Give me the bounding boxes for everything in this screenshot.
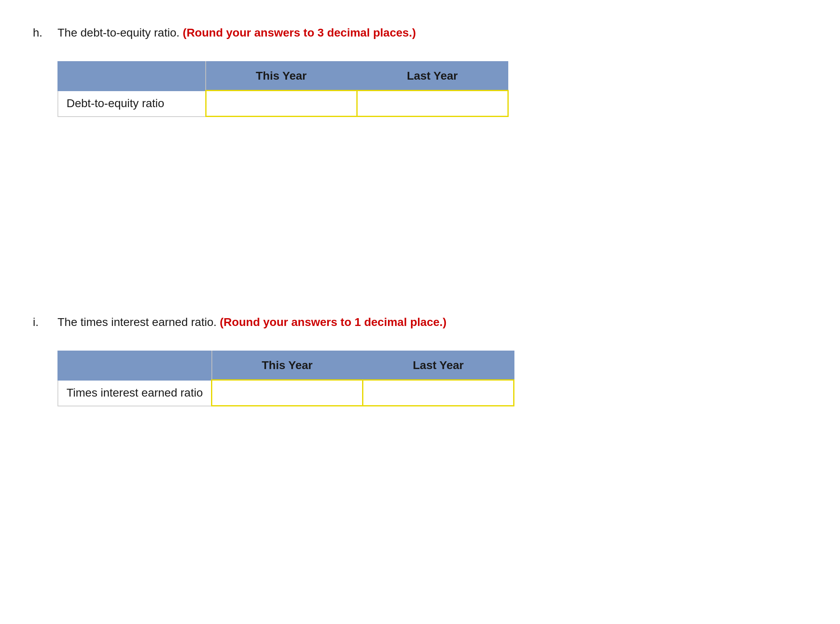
times-interest-last-year-field[interactable] <box>372 387 505 399</box>
question-h-highlight: (Round your answers to 3 decimal places.… <box>183 26 416 39</box>
debt-equity-table: This Year Last Year Debt-to-equity ratio <box>57 61 509 117</box>
question-i-letter: i. <box>33 314 49 330</box>
table-row: Times interest earned ratio <box>58 380 514 406</box>
header-empty-cell <box>58 62 206 91</box>
header-last-year: Last Year <box>363 351 514 380</box>
table-header-row: This Year Last Year <box>58 62 508 91</box>
debt-equity-this-year-field[interactable] <box>215 97 348 110</box>
header-this-year: This Year <box>212 351 363 380</box>
spacer <box>33 150 807 314</box>
debt-equity-this-year-input[interactable] <box>206 91 357 117</box>
header-last-year: Last Year <box>357 62 508 91</box>
question-h: h. The debt-to-equity ratio. (Round your… <box>33 25 807 117</box>
debt-equity-last-year-input[interactable] <box>357 91 508 117</box>
question-i-header: i. The times interest earned ratio. (Rou… <box>33 314 807 330</box>
question-i-main-text: The times interest earned ratio. <box>57 316 217 328</box>
times-interest-last-year-input[interactable] <box>363 380 514 406</box>
header-empty-cell <box>58 351 212 380</box>
times-interest-label: Times interest earned ratio <box>58 380 212 406</box>
times-interest-this-year-input[interactable] <box>212 380 363 406</box>
question-h-main-text: The debt-to-equity ratio. <box>57 26 179 39</box>
question-h-header: h. The debt-to-equity ratio. (Round your… <box>33 25 807 41</box>
question-h-text: The debt-to-equity ratio. (Round your an… <box>57 25 416 41</box>
question-i: i. The times interest earned ratio. (Rou… <box>33 314 807 406</box>
question-i-text: The times interest earned ratio. (Round … <box>57 314 447 330</box>
header-this-year: This Year <box>206 62 357 91</box>
question-h-letter: h. <box>33 25 49 41</box>
debt-equity-last-year-field[interactable] <box>366 97 499 110</box>
debt-equity-label: Debt-to-equity ratio <box>58 91 206 117</box>
table-header-row: This Year Last Year <box>58 351 514 380</box>
times-interest-this-year-field[interactable] <box>220 387 354 399</box>
table-row: Debt-to-equity ratio <box>58 91 508 117</box>
question-i-highlight: (Round your answers to 1 decimal place.) <box>220 316 446 328</box>
times-interest-table: This Year Last Year Times interest earne… <box>57 351 514 406</box>
